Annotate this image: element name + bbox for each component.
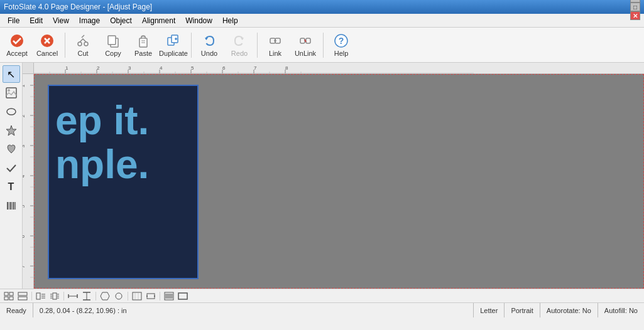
svg-point-2 [78, 42, 82, 46]
ruler-left-svg: 1 2 3 4 5 6 7 8 9 [23, 63, 34, 289]
svg-rect-85 [4, 297, 8, 300]
bottom-sep-1 [31, 292, 32, 301]
menu-file[interactable]: File [3, 15, 25, 26]
menu-view[interactable]: View [48, 15, 74, 26]
svg-rect-108 [133, 292, 141, 300]
help-icon: ? [334, 33, 349, 48]
svg-text:?: ? [339, 36, 344, 46]
bottom-btn-12[interactable] [177, 290, 189, 302]
bottom-btn-3[interactable] [35, 290, 47, 302]
ruler-left: 1 2 3 4 5 6 7 8 9 [23, 63, 34, 289]
cancel-button[interactable]: Cancel [33, 29, 62, 61]
ellipse-tool[interactable] [3, 103, 20, 120]
bottom-btn-6[interactable] [80, 290, 93, 302]
barcode-tool[interactable] [3, 197, 20, 215]
svg-text:4: 4 [23, 174, 26, 178]
tools-panel: ↖ T [0, 63, 23, 289]
ruler-corner [23, 63, 34, 74]
star-tool[interactable] [3, 122, 20, 139]
bottom-btn-1[interactable] [3, 290, 15, 302]
svg-point-107 [116, 293, 122, 299]
menu-bar: File Edit View Image Object Alignment Wi… [0, 14, 644, 28]
bottom-btn-8[interactable] [112, 290, 125, 302]
svg-rect-28 [12, 202, 13, 210]
svg-marker-12 [241, 38, 244, 40]
toolbar-separator-1 [65, 33, 65, 58]
bottom-btn-2[interactable] [16, 290, 29, 302]
svg-rect-111 [147, 294, 155, 299]
bottom-toolbar [0, 289, 644, 302]
svg-marker-106 [101, 292, 109, 300]
svg-text:6: 6 [222, 65, 226, 71]
menu-image[interactable]: Image [74, 15, 105, 26]
accept-button[interactable]: Accept [3, 29, 31, 61]
status-coordinates: 0.28, 0.04 - (8.22, 10.96) : in [33, 303, 474, 317]
undo-icon [202, 33, 217, 48]
bottom-btn-9[interactable] [131, 290, 143, 302]
canvas-area[interactable]: 1 2 3 4 5 6 7 8 [23, 63, 644, 289]
toolbar-separator-4 [323, 33, 324, 58]
bottom-btn-10[interactable] [145, 290, 157, 302]
close-button[interactable]: ✕ [630, 11, 640, 20]
check-tool[interactable] [3, 159, 20, 177]
status-autorotate: Autorotate: No [540, 303, 598, 317]
status-autofill: Autofill: No [598, 303, 644, 317]
redo-button[interactable]: Redo [225, 29, 254, 61]
title-bar: FotoSlate 4.0 Page Designer - [Adjust Pa… [0, 0, 644, 14]
bottom-btn-7[interactable] [99, 290, 111, 302]
svg-rect-86 [9, 297, 13, 300]
ruler-top: 1 2 3 4 5 6 7 8 [34, 63, 644, 74]
image-tool[interactable] [3, 84, 20, 102]
bottom-sep-3 [96, 292, 96, 301]
duplicate-button[interactable]: Duplicate [159, 29, 188, 61]
toolbar-separator-2 [191, 33, 192, 58]
menu-window[interactable]: Window [180, 15, 217, 26]
title-controls: ─ □ ✕ [630, 0, 640, 20]
help-button[interactable]: ? Help [327, 29, 356, 61]
menu-alignment[interactable]: Alignment [137, 15, 180, 26]
cut-button[interactable]: Cut [68, 29, 97, 61]
menu-object[interactable]: Object [105, 15, 137, 26]
status-orientation: Portrait [505, 303, 540, 317]
cancel-icon [40, 33, 55, 48]
accept-icon [9, 33, 25, 48]
svg-point-22 [8, 89, 10, 92]
svg-text:2: 2 [23, 114, 26, 117]
copy-button[interactable]: Copy [99, 29, 128, 61]
menu-edit[interactable]: Edit [25, 15, 48, 26]
svg-rect-16 [300, 38, 305, 43]
toolbar-separator-3 [257, 33, 258, 58]
svg-point-0 [11, 35, 23, 47]
cut-icon [75, 33, 90, 48]
bottom-sep-5 [160, 292, 160, 301]
select-tool[interactable]: ↖ [3, 65, 20, 83]
heart-tool[interactable] [3, 141, 20, 158]
redo-icon [232, 33, 247, 48]
svg-rect-5 [108, 36, 116, 45]
svg-rect-87 [18, 292, 27, 295]
svg-rect-93 [53, 293, 57, 299]
svg-rect-121 [178, 293, 187, 299]
svg-rect-17 [306, 38, 310, 43]
ruler-top-svg: 1 2 3 4 5 6 7 8 [34, 63, 644, 73]
menu-help[interactable]: Help [217, 15, 243, 26]
unlink-button[interactable]: UnLink [291, 29, 320, 61]
undo-button[interactable]: Undo [195, 29, 224, 61]
bottom-btn-4[interactable] [48, 290, 61, 302]
maximize-button[interactable]: □ [630, 3, 640, 11]
link-button[interactable]: Link [261, 29, 290, 61]
svg-rect-26 [9, 202, 9, 210]
paste-button[interactable]: Paste [129, 29, 158, 61]
svg-marker-11 [205, 38, 208, 40]
svg-text:2: 2 [97, 65, 100, 71]
svg-rect-89 [36, 293, 40, 299]
svg-rect-88 [18, 297, 27, 300]
svg-text:1: 1 [65, 65, 68, 71]
link-icon [268, 33, 283, 48]
svg-rect-84 [9, 292, 13, 295]
bottom-btn-11[interactable] [163, 290, 175, 302]
bottom-btn-5[interactable] [67, 290, 79, 302]
text-tool[interactable]: T [3, 178, 20, 196]
svg-text:8: 8 [285, 65, 288, 71]
page-canvas[interactable]: ep it. nple. [48, 85, 199, 279]
